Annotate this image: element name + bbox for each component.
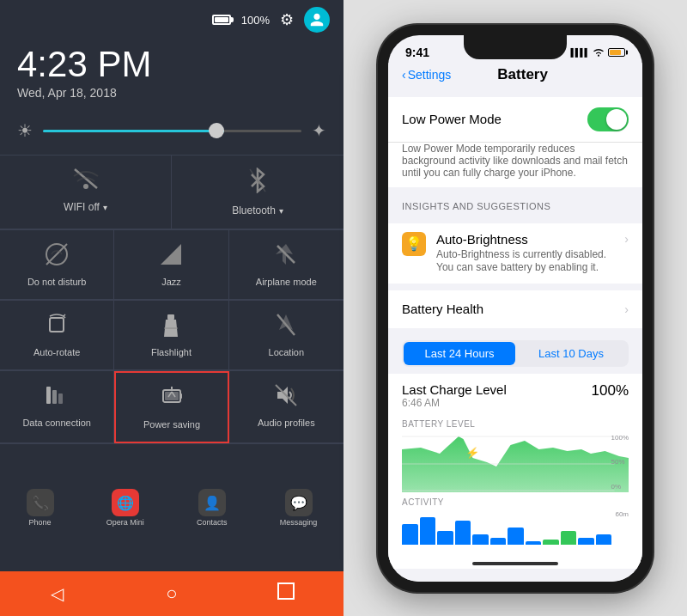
ios-home-indicator: [388, 552, 642, 569]
brightness-slider-row: ☀ ✦: [0, 113, 344, 155]
svg-point-1: [83, 184, 88, 189]
android-app-row: 📞 Phone 🌐 Opera Mini 👤 Contacts 💬 Messag…: [0, 443, 344, 571]
powersaving-label: Power saving: [143, 419, 200, 430]
activity-bar: [561, 531, 577, 545]
activity-bar: [420, 517, 436, 545]
activity-bar: [455, 521, 471, 545]
phone-app-icon: 📞: [27, 489, 54, 516]
bluetooth-icon: [248, 168, 267, 199]
autorotate-label: Auto-rotate: [33, 347, 80, 357]
svg-rect-12: [46, 387, 51, 404]
bluetooth-dropdown-arrow: ▾: [279, 206, 283, 216]
wifi-off-icon: [73, 168, 99, 196]
app-contacts[interactable]: 👤 Contacts: [197, 489, 228, 527]
ios-time: 9:41: [405, 46, 429, 59]
wifi-toggle[interactable]: WIFI off ▾: [0, 156, 172, 229]
battery-y-50: 50%: [611, 458, 629, 466]
time-selector-wrapper: Last 24 Hours Last 10 Days: [388, 328, 642, 367]
battery-icon: [212, 15, 231, 25]
svg-marker-5: [161, 244, 181, 265]
audioprofiles-icon: [274, 383, 298, 412]
wifi-label: WIFI off ▾: [64, 201, 107, 213]
wifi-icon: [593, 47, 605, 57]
jazz-toggle[interactable]: Jazz: [114, 230, 228, 300]
android-nav-bar: ◁ ○: [0, 571, 344, 616]
contacts-app-icon: 👤: [198, 489, 226, 516]
iphone-frame: 9:41 ▌▌▌▌ ‹ Settings: [378, 25, 653, 592]
audioprofiles-toggle[interactable]: Audio profiles: [229, 371, 344, 443]
battery-percentage: 100%: [241, 14, 270, 27]
powersaving-icon: [161, 385, 182, 414]
svg-rect-14: [58, 393, 63, 404]
auto-brightness-icon: 💡: [402, 232, 426, 256]
activity-bar: [578, 538, 594, 545]
svg-rect-7: [50, 318, 64, 332]
dnd-icon: [45, 242, 69, 271]
recents-icon: [277, 582, 295, 600]
activity-bar: [526, 541, 542, 545]
ios-nav-bar: ‹ Settings Battery: [388, 63, 642, 90]
low-power-toggle[interactable]: [587, 107, 629, 131]
phone-app-label: Phone: [29, 518, 52, 527]
autorotate-icon: [45, 313, 69, 342]
iphone-screen: 9:41 ▌▌▌▌ ‹ Settings: [388, 35, 642, 582]
brightness-icon: ✦: [312, 120, 326, 141]
auto-brightness-desc: Auto-Brightness is currently disabled. Y…: [436, 248, 624, 275]
battery-chart-label: BATTERY LEVEL: [402, 419, 629, 429]
iphone-notch: [464, 35, 567, 59]
brightness-track[interactable]: [43, 130, 301, 132]
jazz-label: Jazz: [161, 277, 181, 287]
last-charge-row: Last Charge Level 6:46 AM 100%: [388, 374, 642, 412]
app-opera[interactable]: 🌐 Opera Mini: [106, 489, 144, 527]
low-power-label: Low Power Mode: [402, 112, 587, 126]
battery-health-row[interactable]: Battery Health ›: [388, 290, 642, 328]
settings-icon[interactable]: ⚙: [280, 10, 294, 29]
battery-chart-svg: ⚡: [402, 432, 629, 492]
autorotate-toggle[interactable]: Auto-rotate: [0, 301, 114, 370]
user-avatar[interactable]: [304, 7, 330, 33]
auto-brightness-row[interactable]: 💡 Auto-Brightness Auto-Brightness is cur…: [388, 223, 642, 284]
activity-bar: [596, 534, 612, 545]
app-phone[interactable]: 📞 Phone: [27, 489, 54, 527]
powersaving-toggle[interactable]: Power saving: [114, 371, 228, 443]
dnd-toggle[interactable]: Do not disturb: [0, 230, 114, 300]
home-bar: [472, 562, 558, 565]
ios-battery-icon: [608, 48, 625, 57]
ios-page-title: Battery: [451, 66, 594, 83]
airplane-toggle[interactable]: Airplane mode: [229, 230, 344, 300]
brightness-low-icon: ☀: [17, 120, 33, 141]
android-status-bar: 100% ⚙: [0, 0, 344, 40]
android-date: Wed, Apr 18, 2018: [17, 86, 326, 100]
dataconn-icon: [45, 383, 69, 412]
quick-grid-3col-row2: Auto-rotate Flashlight Location: [0, 300, 344, 370]
svg-rect-20: [180, 393, 182, 399]
flashlight-toggle[interactable]: Flashlight: [114, 301, 228, 370]
dataconn-label: Data connection: [22, 418, 91, 428]
audioprofiles-label: Audio profiles: [258, 418, 315, 428]
back-button[interactable]: ◁: [40, 583, 75, 604]
home-button[interactable]: ○: [155, 582, 189, 605]
activity-bar: [490, 538, 507, 545]
activity-chart-label: ACTIVITY: [402, 497, 629, 507]
ios-chevron-left-icon: ‹: [402, 68, 406, 82]
dataconn-toggle[interactable]: Data connection: [0, 371, 114, 443]
bluetooth-toggle[interactable]: Bluetooth ▾: [172, 156, 344, 229]
bluetooth-label: Bluetooth ▾: [232, 204, 283, 217]
auto-brightness-title: Auto-Brightness: [436, 232, 624, 247]
last-10d-tab[interactable]: Last 10 Days: [515, 342, 627, 365]
svg-rect-16: [165, 392, 179, 400]
svg-rect-13: [52, 390, 57, 404]
battery-chart-y-labels: 100% 50% 0%: [611, 432, 629, 492]
ios-status-icons: ▌▌▌▌: [570, 47, 625, 57]
location-icon: [276, 313, 296, 342]
quick-grid-2col: WIFI off ▾ Bluetooth ▾: [0, 155, 344, 229]
android-time: 4:23 PM: [17, 46, 326, 82]
recents-button[interactable]: [269, 582, 303, 605]
auto-brightness-chevron: ›: [624, 232, 629, 246]
ios-back-button[interactable]: ‹ Settings: [402, 68, 451, 82]
last-24h-tab[interactable]: Last 24 Hours: [404, 342, 515, 365]
app-messaging[interactable]: 💬 Messaging: [280, 489, 318, 527]
brightness-thumb[interactable]: [209, 123, 224, 138]
contacts-app-label: Contacts: [197, 518, 228, 527]
location-toggle[interactable]: Location: [229, 301, 344, 370]
